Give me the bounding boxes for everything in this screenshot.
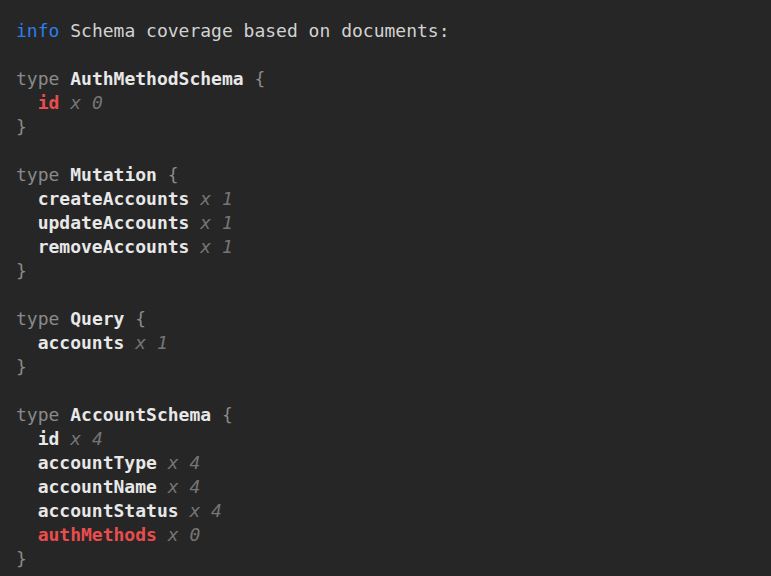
- field-usage-count: x 4: [168, 476, 201, 497]
- close-brace: }: [16, 356, 27, 377]
- field-usage-count: x 1: [200, 212, 233, 233]
- field-coverage-line: updateAccounts x 1: [16, 211, 755, 235]
- type-declaration-line: type AuthMethodSchema {: [16, 67, 755, 91]
- terminal-output: info Schema coverage based on documents:…: [0, 0, 771, 576]
- blank-line: [16, 43, 755, 67]
- field-name: accounts: [38, 332, 125, 353]
- field-name: updateAccounts: [38, 212, 190, 233]
- blank-line: [16, 379, 755, 403]
- type-declaration-line: type Mutation {: [16, 163, 755, 187]
- field-coverage-line: accounts x 1: [16, 331, 755, 355]
- field-coverage-line: authMethods x 0: [16, 523, 755, 547]
- field-usage-count: x 4: [189, 500, 222, 521]
- type-keyword: type: [16, 404, 59, 425]
- info-label: info: [16, 20, 59, 41]
- type-declaration-line: type Query {: [16, 307, 755, 331]
- field-coverage-line: accountStatus x 4: [16, 499, 755, 523]
- field-usage-count: x 0: [70, 92, 103, 113]
- field-coverage-line: accountName x 4: [16, 475, 755, 499]
- field-name: accountName: [38, 476, 157, 497]
- field-coverage-line: accountType x 4: [16, 451, 755, 475]
- type-name: Query: [70, 308, 124, 329]
- open-brace: {: [168, 164, 179, 185]
- field-name: accountType: [38, 452, 157, 473]
- field-usage-count: x 4: [70, 428, 103, 449]
- block-close-line: }: [16, 547, 755, 571]
- close-brace: }: [16, 116, 27, 137]
- field-coverage-line: createAccounts x 1: [16, 187, 755, 211]
- field-name: removeAccounts: [38, 236, 190, 257]
- field-usage-count: x 1: [135, 332, 168, 353]
- field-usage-count: x 1: [200, 188, 233, 209]
- field-coverage-line: id x 4: [16, 427, 755, 451]
- field-usage-count: x 4: [168, 452, 201, 473]
- block-close-line: }: [16, 355, 755, 379]
- block-close-line: }: [16, 259, 755, 283]
- field-usage-count: x 1: [200, 236, 233, 257]
- type-keyword: type: [16, 164, 59, 185]
- field-name: createAccounts: [38, 188, 190, 209]
- field-name: id: [38, 92, 60, 113]
- field-name: accountStatus: [38, 500, 179, 521]
- blank-line: [16, 283, 755, 307]
- block-close-line: }: [16, 115, 755, 139]
- close-brace: }: [16, 548, 27, 569]
- open-brace: {: [254, 68, 265, 89]
- type-keyword: type: [16, 308, 59, 329]
- field-name: authMethods: [38, 524, 157, 545]
- field-usage-count: x 0: [168, 524, 201, 545]
- open-brace: {: [135, 308, 146, 329]
- info-line: info Schema coverage based on documents:: [16, 19, 755, 43]
- blank-line: [16, 139, 755, 163]
- type-declaration-line: type AccountSchema {: [16, 403, 755, 427]
- type-name: AccountSchema: [70, 404, 211, 425]
- close-brace: }: [16, 260, 27, 281]
- field-name: id: [38, 428, 60, 449]
- coverage-header-text: Schema coverage based on documents:: [70, 20, 449, 41]
- field-coverage-line: id x 0: [16, 91, 755, 115]
- type-name: Mutation: [70, 164, 157, 185]
- field-coverage-line: removeAccounts x 1: [16, 235, 755, 259]
- type-keyword: type: [16, 68, 59, 89]
- type-name: AuthMethodSchema: [70, 68, 243, 89]
- open-brace: {: [222, 404, 233, 425]
